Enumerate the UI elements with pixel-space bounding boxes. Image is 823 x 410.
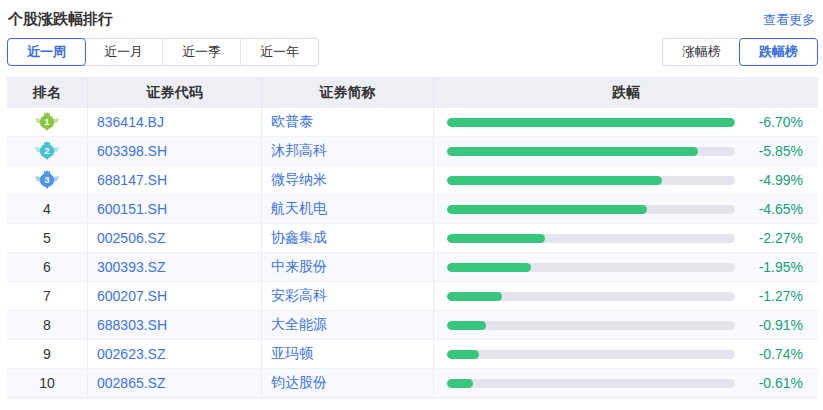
change-percent: -4.99%	[735, 172, 803, 188]
table-row[interactable]: 2 603398.SH 沐邦高科 -5.85%	[7, 137, 818, 166]
change-bar-fill	[447, 350, 479, 359]
header-bar: 个股涨跌幅排行 查看更多	[0, 0, 823, 29]
rank-cell: 7	[7, 282, 88, 310]
change-bar-fill	[447, 379, 473, 388]
change-bar-track	[447, 321, 735, 330]
change-cell: -5.85%	[434, 137, 818, 165]
change-percent: -5.85%	[735, 143, 803, 159]
period-tab-group: 近一周 近一月 近一季 近一年	[7, 38, 319, 66]
change-bar-fill	[447, 176, 662, 185]
rank-cell: 1	[7, 108, 88, 136]
stock-code-link[interactable]: 688303.SH	[88, 311, 262, 339]
rank-medal-icon: 1	[34, 112, 60, 132]
change-bar-fill	[447, 118, 735, 127]
stock-name-link[interactable]: 沐邦高科	[262, 137, 434, 165]
change-cell: -0.74%	[434, 340, 818, 368]
stock-name-link[interactable]: 协鑫集成	[262, 224, 434, 252]
table-row[interactable]: 3 688147.SH 微导纳米 -4.99%	[7, 166, 818, 195]
rank-cell: 4	[7, 195, 88, 223]
change-bar-track	[447, 263, 735, 272]
change-cell: -1.95%	[434, 253, 818, 281]
stock-name-link[interactable]: 中来股份	[262, 253, 434, 281]
stock-name-link[interactable]: 微导纳米	[262, 166, 434, 194]
table-row[interactable]: 7 600207.SH 安彩高科 -1.27%	[7, 282, 818, 311]
change-percent: -2.27%	[735, 230, 803, 246]
tab-period-quarter[interactable]: 近一季	[162, 39, 240, 65]
change-bar-track	[447, 350, 735, 359]
rank-cell: 8	[7, 311, 88, 339]
table-row[interactable]: 6 300393.SZ 中来股份 -1.95%	[7, 253, 818, 282]
change-bar-fill	[447, 292, 502, 301]
tab-period-week[interactable]: 近一周	[7, 38, 86, 66]
tab-gainers[interactable]: 涨幅榜	[663, 39, 740, 65]
change-cell: -6.70%	[434, 108, 818, 136]
change-bar-fill	[447, 263, 531, 272]
tab-losers[interactable]: 跌幅榜	[739, 38, 818, 66]
table-row[interactable]: 1 836414.BJ 欧普泰 -6.70%	[7, 108, 818, 137]
stock-name-link[interactable]: 钧达股份	[262, 369, 434, 397]
change-bar-track	[447, 147, 735, 156]
change-percent: -0.91%	[735, 317, 803, 333]
tab-period-year[interactable]: 近一年	[240, 39, 318, 65]
table-body: 1 836414.BJ 欧普泰 -6.70% 2 603398.SH 沐邦高科 …	[7, 108, 818, 398]
change-percent: -1.27%	[735, 288, 803, 304]
change-bar-fill	[447, 147, 698, 156]
svg-text:1: 1	[44, 116, 50, 127]
change-cell: -1.27%	[434, 282, 818, 310]
board-tab-group: 涨幅榜 跌幅榜	[662, 38, 818, 66]
change-cell: -4.65%	[434, 195, 818, 223]
change-cell: -0.91%	[434, 311, 818, 339]
rank-cell: 6	[7, 253, 88, 281]
change-percent: -1.95%	[735, 259, 803, 275]
stock-code-link[interactable]: 300393.SZ	[88, 253, 262, 281]
stock-code-link[interactable]: 603398.SH	[88, 137, 262, 165]
stock-code-link[interactable]: 002506.SZ	[88, 224, 262, 252]
change-bar-track	[447, 205, 735, 214]
page-title: 个股涨跌幅排行	[8, 10, 113, 29]
change-bar-fill	[447, 205, 647, 214]
view-more-link[interactable]: 查看更多	[763, 11, 815, 29]
stock-name-link[interactable]: 亚玛顿	[262, 340, 434, 368]
rank-medal-icon: 2	[34, 141, 60, 161]
col-header-change: 跌幅	[434, 77, 818, 108]
svg-text:2: 2	[44, 145, 49, 156]
stock-code-link[interactable]: 002623.SZ	[88, 340, 262, 368]
change-bar-track	[447, 292, 735, 301]
table-row[interactable]: 4 600151.SH 航天机电 -4.65%	[7, 195, 818, 224]
filter-row: 近一周 近一月 近一季 近一年 涨幅榜 跌幅榜	[7, 38, 818, 66]
change-bar-track	[447, 118, 735, 127]
stock-name-link[interactable]: 航天机电	[262, 195, 434, 223]
change-bar-fill	[447, 234, 545, 243]
stock-code-link[interactable]: 836414.BJ	[88, 108, 262, 136]
table-row[interactable]: 10 002865.SZ 钧达股份 -0.61%	[7, 369, 818, 398]
rank-cell: 9	[7, 340, 88, 368]
stock-name-link[interactable]: 大全能源	[262, 311, 434, 339]
change-cell: -0.61%	[434, 369, 818, 397]
stock-code-link[interactable]: 688147.SH	[88, 166, 262, 194]
col-header-code: 证券代码	[88, 77, 262, 108]
change-cell: -4.99%	[434, 166, 818, 194]
table-row[interactable]: 8 688303.SH 大全能源 -0.91%	[7, 311, 818, 340]
change-percent: -4.65%	[735, 201, 803, 217]
change-bar-track	[447, 176, 735, 185]
stock-name-link[interactable]: 欧普泰	[262, 108, 434, 136]
table-header-row: 排名 证券代码 证券简称 跌幅	[7, 77, 818, 108]
rank-medal-icon: 3	[34, 170, 60, 190]
stock-code-link[interactable]: 002865.SZ	[88, 369, 262, 397]
ranking-table: 排名 证券代码 证券简称 跌幅 1 836414.BJ 欧普泰 -6.70% 2…	[7, 77, 818, 398]
stock-code-link[interactable]: 600151.SH	[88, 195, 262, 223]
tab-period-month[interactable]: 近一月	[85, 39, 162, 65]
stock-name-link[interactable]: 安彩高科	[262, 282, 434, 310]
stock-code-link[interactable]: 600207.SH	[88, 282, 262, 310]
change-percent: -6.70%	[735, 114, 803, 130]
rank-cell: 3	[7, 166, 88, 194]
change-bar-track	[447, 379, 735, 388]
rank-cell: 10	[7, 369, 88, 397]
svg-text:3: 3	[44, 174, 49, 185]
change-bar-track	[447, 234, 735, 243]
col-header-rank: 排名	[7, 77, 88, 108]
table-row[interactable]: 5 002506.SZ 协鑫集成 -2.27%	[7, 224, 818, 253]
rank-cell: 2	[7, 137, 88, 165]
change-percent: -0.74%	[735, 346, 803, 362]
table-row[interactable]: 9 002623.SZ 亚玛顿 -0.74%	[7, 340, 818, 369]
